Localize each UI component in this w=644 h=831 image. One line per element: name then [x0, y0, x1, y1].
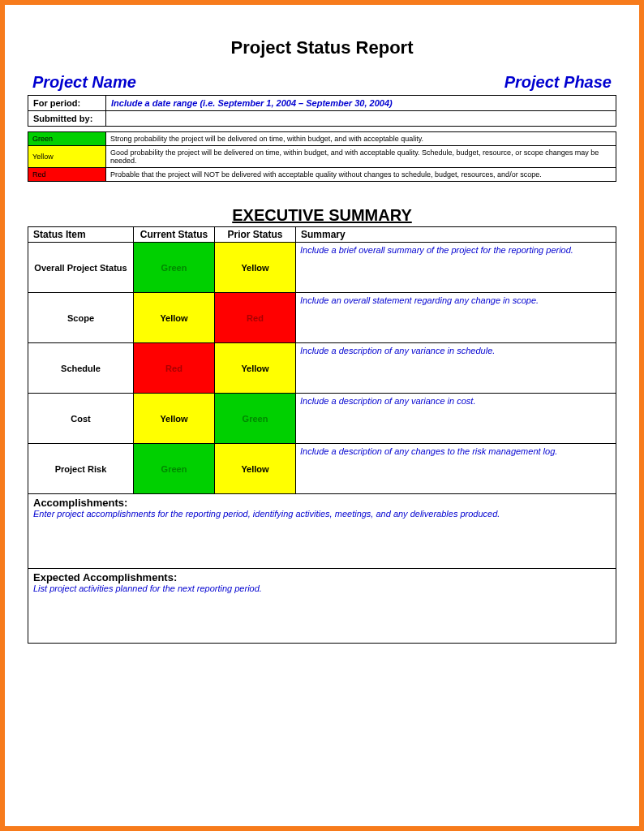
expected-label: Expected Accomplishments:: [33, 571, 611, 583]
cost-current-status: Yellow: [134, 394, 215, 444]
status-item-schedule: Schedule: [28, 343, 134, 394]
legend-green-desc: Strong probability the project will be d…: [106, 132, 616, 146]
scope-prior-status: Red: [215, 293, 296, 343]
risk-current-status: Green: [134, 444, 215, 494]
executive-summary-title: EXECUTIVE SUMMARY: [28, 206, 616, 225]
legend-table: Green Strong probability the project wil…: [28, 131, 616, 182]
legend-green-label: Green: [28, 132, 106, 146]
status-item-risk: Project Risk: [28, 444, 134, 494]
status-row: Schedule Red Yellow Include a descriptio…: [28, 343, 616, 394]
scope-summary: Include an overall statement regarding a…: [296, 293, 616, 343]
legend-red-desc: Probable that the project will NOT be de…: [106, 168, 616, 182]
status-item-cost: Cost: [28, 394, 134, 444]
cost-summary: Include a description of any variance in…: [296, 394, 616, 444]
legend-yellow-desc: Good probability the project will be del…: [106, 146, 616, 168]
for-period-value: Include a date range (i.e. September 1, …: [106, 96, 616, 111]
overall-current-status: Green: [134, 243, 215, 293]
expected-text: List project activities planned for the …: [33, 583, 611, 593]
schedule-summary: Include a description of any variance in…: [296, 343, 616, 394]
header-summary: Summary: [296, 227, 616, 243]
status-row: Overall Project Status Green Yellow Incl…: [28, 243, 616, 293]
status-row: Cost Yellow Green Include a description …: [28, 394, 616, 444]
accomplishments-row: Accomplishments: Enter project accomplis…: [28, 494, 616, 569]
accomplishments-text: Enter project accomplishments for the re…: [33, 509, 611, 519]
risk-prior-status: Yellow: [215, 444, 296, 494]
accomplishments-label: Accomplishments:: [33, 497, 611, 509]
project-phase-header: Project Phase: [504, 73, 612, 92]
report-title: Project Status Report: [28, 37, 616, 58]
legend-red-label: Red: [28, 168, 106, 182]
submitted-by-value: [106, 111, 616, 127]
status-row: Scope Yellow Red Include an overall stat…: [28, 293, 616, 343]
scope-current-status: Yellow: [134, 293, 215, 343]
overall-prior-status: Yellow: [215, 243, 296, 293]
executive-summary-table: Status Item Current Status Prior Status …: [28, 226, 616, 644]
for-period-label: For period:: [28, 96, 106, 111]
status-item-overall: Overall Project Status: [28, 243, 134, 293]
project-header-row: Project Name Project Phase: [28, 73, 616, 95]
risk-summary: Include a description of any changes to …: [296, 444, 616, 494]
meta-table: For period: Include a date range (i.e. S…: [28, 95, 616, 127]
header-current-status: Current Status: [134, 227, 215, 243]
header-status-item: Status Item: [28, 227, 134, 243]
schedule-prior-status: Yellow: [215, 343, 296, 394]
status-item-scope: Scope: [28, 293, 134, 343]
header-prior-status: Prior Status: [215, 227, 296, 243]
status-row: Project Risk Green Yellow Include a desc…: [28, 444, 616, 494]
expected-accomplishments-row: Expected Accomplishments: List project a…: [28, 569, 616, 644]
project-name-header: Project Name: [32, 73, 136, 92]
overall-summary: Include a brief overall summary of the p…: [296, 243, 616, 293]
schedule-current-status: Red: [134, 343, 215, 394]
exec-header-row: Status Item Current Status Prior Status …: [28, 227, 616, 243]
legend-yellow-label: Yellow: [28, 146, 106, 168]
cost-prior-status: Green: [215, 394, 296, 444]
submitted-by-label: Submitted by:: [28, 111, 106, 127]
